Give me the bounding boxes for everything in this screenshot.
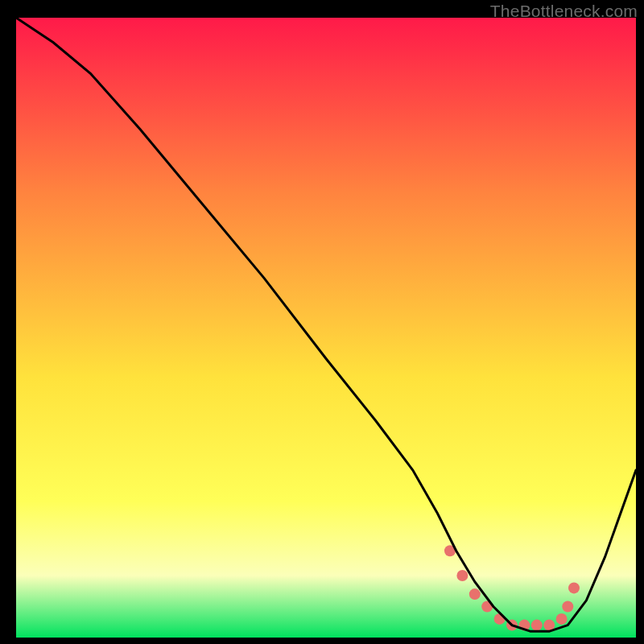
marker-dot [531, 620, 543, 631]
chart-frame [16, 18, 636, 638]
marker-dot [469, 588, 481, 600]
marker-dot [562, 601, 573, 613]
marker-dot [556, 613, 568, 625]
bottleneck-chart [16, 18, 636, 638]
gradient-background [16, 18, 636, 638]
marker-dot [456, 570, 468, 581]
marker-dot [568, 582, 580, 593]
watermark-text: TheBottleneck.com [490, 2, 638, 21]
